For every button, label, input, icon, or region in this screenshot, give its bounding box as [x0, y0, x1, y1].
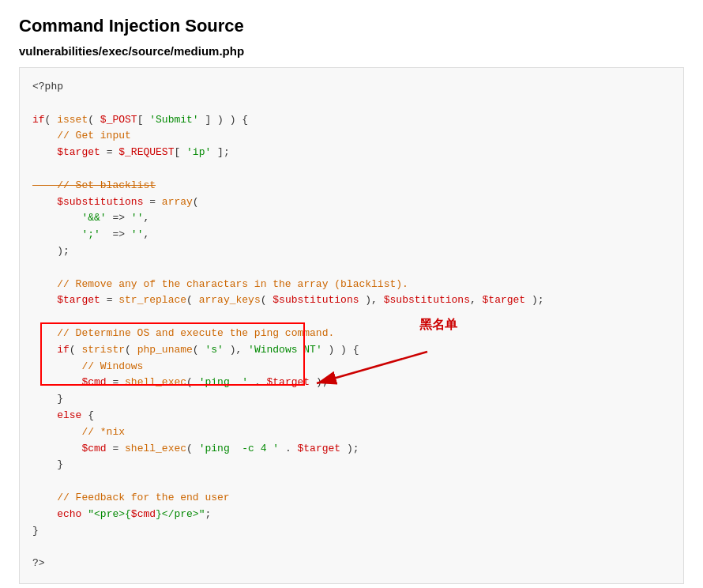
code-line: if( isset( $_POST[ 'Submit' ] ) ) { — [32, 112, 671, 129]
code-line — [32, 309, 671, 326]
code-line: } — [32, 457, 671, 473]
code-line: if( stristr( php_uname( 's' ), 'Windows … — [32, 342, 671, 359]
code-line — [32, 96, 671, 112]
code-line — [32, 161, 671, 178]
code-line: // Determine OS and execute the ping com… — [32, 326, 671, 342]
code-line: '&&' => '', — [32, 210, 671, 227]
code-line: <?php — [32, 79, 671, 96]
code-line: // Remove any of the charactars in the a… — [32, 277, 671, 293]
code-line: // Set blacklist — [32, 178, 671, 194]
code-line: echo "<pre>{$cmd}</pre>"; — [32, 507, 671, 523]
code-line — [32, 260, 671, 277]
code-line: // *nix — [32, 424, 671, 441]
code-line — [32, 473, 671, 490]
code-line: $target = $_REQUEST[ 'ip' ]; — [32, 145, 671, 161]
code-line — [32, 539, 671, 556]
code-line: // Get input — [32, 128, 671, 145]
code-line: $target = str_replace( array_keys( $subs… — [32, 292, 671, 309]
code-block: <?php if( isset( $_POST[ 'Submit' ] ) ) … — [19, 67, 684, 584]
code-line: // Feedback for the end user — [32, 490, 671, 507]
file-path: vulnerabilities/exec/source/medium.php — [19, 44, 684, 58]
code-line: $cmd = shell_exec( 'ping ' . $target ); — [32, 375, 671, 391]
code-line: } — [32, 523, 671, 540]
code-line: } — [32, 391, 671, 408]
code-line: ); — [32, 243, 671, 260]
code-line: // Windows — [32, 359, 671, 375]
page-title: Command Injection Source — [19, 16, 684, 36]
code-line: ?> — [32, 556, 671, 572]
code-line: ';' => '', — [32, 227, 671, 243]
code-line: else { — [32, 408, 671, 424]
code-line: $substitutions = array( — [32, 194, 671, 211]
code-line: $cmd = shell_exec( 'ping -c 4 ' . $targe… — [32, 441, 671, 458]
